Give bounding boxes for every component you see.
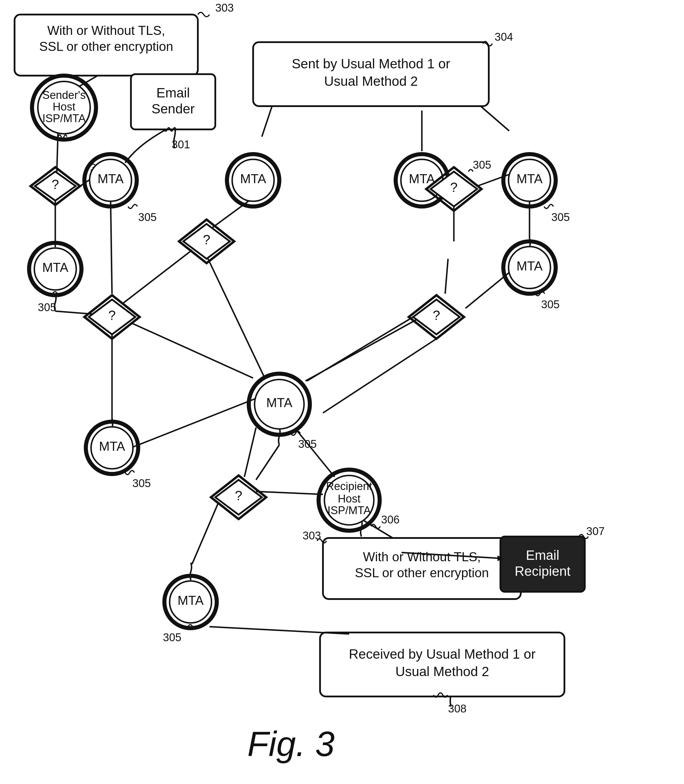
ref-305-5: 305 [541, 298, 560, 311]
ref-301: 301 [172, 138, 190, 151]
svg-line-17 [445, 259, 448, 294]
svg-line-30 [244, 427, 256, 477]
email-sender-label-1: Email [156, 85, 190, 100]
mta-left-label: MTA [42, 260, 68, 275]
email-recipient-label-2: Recipient [515, 563, 571, 579]
tls-box-bottom-label-2: SSL or other encryption [355, 566, 489, 580]
recipient-host-label-3: ISP/MTA [327, 504, 371, 517]
ref-306: 306 [381, 514, 400, 526]
fig-label: Fig. 3 [247, 724, 335, 763]
svg-line-27 [131, 398, 256, 448]
diagram-container: With or Without TLS, SSL or other encryp… [0, 0, 684, 784]
svg-line-32 [307, 317, 413, 381]
svg-line-22 [192, 503, 218, 564]
svg-line-21 [256, 445, 279, 480]
ref-308: 308 [448, 703, 466, 715]
svg-line-13 [210, 198, 253, 230]
tls-box-top-label-2: SSL or other encryption [39, 39, 173, 53]
senders-host-label-1: Sender's [42, 89, 86, 101]
question-label-top-right: ? [450, 180, 458, 195]
sent-box-label-1: Sent by Usual Method 1 or [292, 56, 450, 71]
recipient-host-label-2: Host [338, 493, 361, 505]
svg-line-8 [111, 198, 112, 294]
ref-305-4: 305 [551, 211, 569, 223]
mta-mid-top-center-label: MTA [240, 172, 266, 186]
svg-line-31 [297, 430, 335, 477]
mta-bottom-label: MTA [177, 593, 204, 607]
email-sender-label-2: Sender [152, 101, 195, 116]
ref-305-3: 305 [473, 159, 491, 171]
email-recipient-label-1: Email [526, 547, 559, 563]
svg-line-10 [131, 323, 253, 378]
mta-right-label: MTA [516, 172, 543, 186]
sent-box-label-2: Usual Method 2 [324, 74, 418, 89]
svg-line-33 [323, 339, 436, 413]
svg-line-34 [122, 250, 192, 304]
ref-305-8: 305 [163, 631, 181, 644]
recipient-host-label-1: Recipient [326, 480, 373, 492]
svg-line-12 [208, 259, 265, 378]
question-label-lower-center: ? [235, 488, 242, 503]
ref-307: 307 [586, 525, 605, 538]
svg-line-23 [256, 491, 323, 494]
ref-305-7: 305 [132, 477, 151, 489]
ref-303-bottom: 303 [303, 530, 321, 542]
senders-host-label-2: Host [53, 101, 76, 113]
mta-top-left-label: MTA [97, 172, 124, 186]
question-label-top-left: ? [52, 177, 59, 192]
received-box-label-2: Usual Method 2 [395, 664, 489, 679]
tls-box-top-label-1: With or Without TLS, [47, 23, 165, 37]
svg-line-35 [210, 627, 349, 634]
ref-305-1: 305 [138, 211, 156, 223]
mta-center-label: MTA [266, 396, 292, 410]
ref-305-2: 305 [38, 301, 56, 314]
received-box-label-1: Received by Usual Method 1 or [349, 646, 536, 662]
senders-host-label-3: ISP/MTA [42, 112, 86, 124]
mta-lower-left-label: MTA [99, 439, 125, 453]
mta-right2-label: MTA [516, 259, 543, 273]
ref-304: 304 [495, 31, 513, 43]
question-label-right-mid: ? [432, 307, 440, 323]
ref-303-top: 303 [215, 2, 234, 14]
question-label-center-top: ? [203, 232, 210, 247]
question-label-mid-left: ? [108, 307, 116, 323]
